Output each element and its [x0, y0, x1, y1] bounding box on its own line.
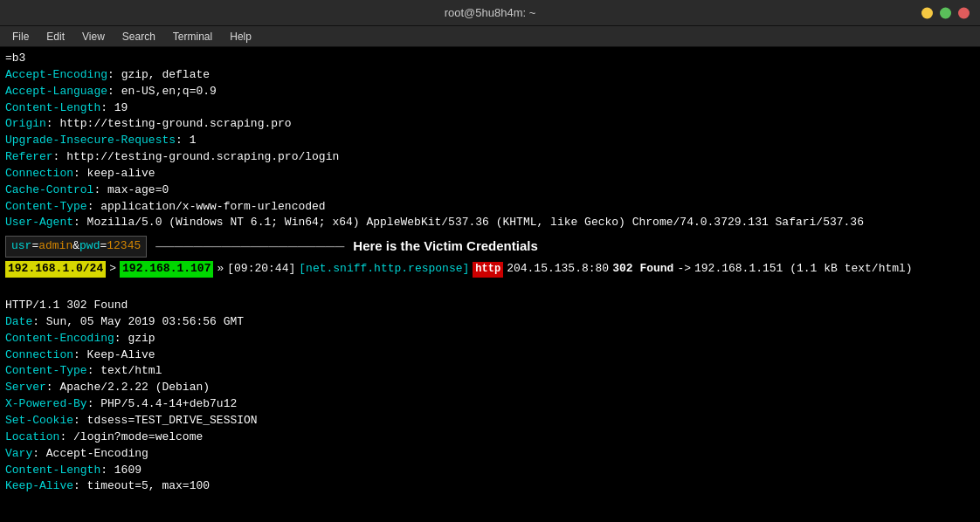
terminal-text: : application/x-www-form-urlencoded: [87, 200, 326, 213]
maximize-button[interactable]: [940, 7, 951, 18]
terminal-text: : text/html: [87, 364, 162, 377]
terminal-text: Location: [5, 430, 59, 443]
sniff-timestamp: [09:20:44]: [227, 261, 295, 278]
terminal-text: : Mozilla/5.0 (Windows NT 6.1; Win64; x6…: [73, 216, 864, 229]
terminal-line: X-Powered-By: PHP/5.4.4-14+deb7u12: [5, 396, 975, 413]
terminal-text: Cache-Control: [5, 183, 93, 196]
creds-arrow: ————————————————————: [155, 235, 344, 258]
terminal-text: : keep-alive: [73, 167, 155, 180]
terminal-text: : Accept-Encoding: [32, 447, 148, 460]
terminal-text: : /login?mode=welcome: [59, 430, 203, 443]
terminal-text: : Apache/2.2.22 (Debian): [46, 381, 210, 394]
terminal-line: HTTP/1.1 302 Found: [5, 298, 975, 314]
http-badge: http: [473, 262, 503, 277]
terminal-text: Content-Encoding: [5, 332, 114, 345]
terminal-line: Origin: http://testing-ground.scraping.p…: [5, 116, 975, 133]
terminal-text: User-Agent: [5, 216, 73, 229]
lines-after: HTTP/1.1 302 FoundDate: Sun, 05 May 2019…: [5, 281, 975, 495]
titlebar-title: root@5hu8h4m: ~: [445, 6, 536, 19]
sniff-arrow3: ->: [677, 261, 691, 278]
terminal-line: Upgrade-Insecure-Requests: 1: [5, 133, 975, 149]
terminal-line: Set-Cookie: tdsess=TEST_DRIVE_SESSION: [5, 413, 975, 429]
credentials-box: usr=admin&pwd=12345: [5, 236, 147, 258]
terminal-text: Connection: [5, 167, 73, 180]
terminal-line: Content-Type: application/x-www-form-url…: [5, 199, 975, 216]
terminal-text: Accept-Encoding: [5, 68, 107, 81]
menubar: FileEditViewSearchTerminalHelp: [0, 26, 980, 47]
menu-item-view[interactable]: View: [75, 29, 112, 45]
terminal-text: : max-age=0: [93, 183, 169, 196]
terminal-line: Date: Sun, 05 May 2019 03:56:56 GMT: [5, 314, 975, 331]
terminal-text: Upgrade-Insecure-Requests: [5, 134, 176, 147]
terminal-text: Accept-Language: [5, 85, 107, 98]
terminal-text: : Keep-Alive: [73, 348, 155, 361]
terminal-text: Keep-Alive: [5, 479, 73, 492]
terminal-text: : tdsess=TEST_DRIVE_SESSION: [73, 414, 258, 427]
terminal: =b3Accept-Encoding: gzip, deflateAccept-…: [0, 47, 980, 522]
terminal-line: Cache-Control: max-age=0: [5, 182, 975, 199]
terminal-text: : 1609: [100, 464, 141, 477]
terminal-text: Vary: [5, 447, 32, 460]
terminal-line: Content-Encoding: gzip: [5, 331, 975, 347]
terminal-line: Keep-Alive: timeout=5, max=100: [5, 478, 975, 495]
terminal-text: : PHP/5.4.4-14+deb7u12: [87, 397, 238, 410]
creds-param2: pwd: [79, 239, 100, 252]
terminal-line: Content-Length: 1609: [5, 463, 975, 479]
terminal-line: Accept-Language: en-US,en;q=0.9: [5, 84, 975, 100]
terminal-text: Content-Length: [5, 101, 100, 114]
creds-param1: usr: [11, 239, 31, 252]
credentials-line: usr=admin&pwd=12345 ————————————————————…: [5, 235, 975, 258]
titlebar: root@5hu8h4m: ~: [0, 0, 980, 26]
terminal-text: Content-Length: [5, 464, 100, 477]
menu-item-help[interactable]: Help: [223, 29, 259, 45]
terminal-line: =b3: [5, 51, 975, 67]
terminal-line: Content-Length: 19: [5, 100, 975, 117]
terminal-line: [5, 281, 975, 298]
sniff-module: [net.sniff.http.response]: [299, 261, 469, 278]
terminal-line: Location: /login?mode=welcome: [5, 429, 975, 446]
terminal-line: Referer: http://testing-ground.scraping.…: [5, 149, 975, 166]
sniff-arrow2: »: [217, 261, 224, 278]
terminal-text: Set-Cookie: [5, 414, 73, 427]
terminal-text: Connection: [5, 348, 73, 361]
menu-item-file[interactable]: File: [5, 29, 36, 45]
menu-item-terminal[interactable]: Terminal: [166, 29, 219, 45]
close-button[interactable]: [958, 7, 970, 18]
window-controls: [921, 7, 970, 18]
terminal-text: Referer: [5, 150, 53, 163]
terminal-line: Content-Type: text/html: [5, 363, 975, 380]
sniff-dest: 192.168.1.151 (1.1 kB text/html): [694, 261, 913, 278]
terminal-text: : http://testing-ground.scraping.pro: [46, 117, 292, 130]
menu-item-search[interactable]: Search: [115, 29, 162, 45]
minimize-button[interactable]: [921, 7, 933, 18]
terminal-line: Vary: Accept-Encoding: [5, 446, 975, 463]
terminal-line: User-Agent: Mozilla/5.0 (Windows NT 6.1;…: [5, 215, 975, 231]
terminal-text: : 1: [176, 134, 196, 147]
sniff-arrow1: >: [109, 261, 116, 278]
sniff-line: 192.168.1.0/24 > 192.168.1.107 » [09:20:…: [5, 261, 975, 278]
terminal-line: Connection: Keep-Alive: [5, 347, 975, 364]
ip-target: 192.168.1.107: [120, 261, 213, 278]
creds-val1: admin: [38, 239, 72, 252]
creds-val2: 12345: [107, 239, 141, 252]
terminal-text: Origin: [5, 117, 46, 130]
sniff-status-code: 204.15.135.8:80: [507, 261, 609, 278]
terminal-text: =b3: [5, 52, 25, 65]
terminal-text: X-Powered-By: [5, 397, 87, 410]
terminal-text: : Sun, 05 May 2019 03:56:56 GMT: [32, 315, 244, 328]
terminal-text: : 19: [100, 101, 128, 114]
terminal-text: : gzip: [114, 332, 155, 345]
terminal-text: Server: [5, 381, 46, 394]
menu-item-edit[interactable]: Edit: [39, 29, 72, 45]
terminal-text: Content-Type: [5, 200, 87, 213]
terminal-text: : gzip, deflate: [107, 68, 210, 81]
terminal-text: : en-US,en;q=0.9: [107, 85, 217, 98]
terminal-line: Server: Apache/2.2.22 (Debian): [5, 380, 975, 396]
terminal-text: Date: [5, 315, 32, 328]
sniff-status-text: 302 Found: [612, 261, 673, 278]
terminal-text: HTTP/1.1 302 Found: [5, 299, 128, 312]
creds-label: Here is the Victim Credentials: [353, 237, 537, 256]
ip-range: 192.168.1.0/24: [5, 261, 106, 278]
terminal-text: Content-Type: [5, 364, 87, 377]
terminal-line: Connection: keep-alive: [5, 166, 975, 182]
